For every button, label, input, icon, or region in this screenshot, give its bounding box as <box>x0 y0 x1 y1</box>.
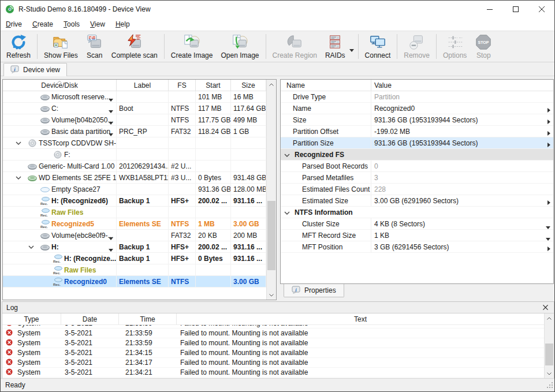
log-row[interactable]: System3-5-202121:33:59Failed to mount. M… <box>2 328 544 338</box>
raids-dropdown-icon[interactable] <box>349 46 354 54</box>
tab-device-view[interactable]: i Device view <box>3 63 67 76</box>
tree-row[interactable]: C:BootNTFS117 MB117.64 GB <box>3 103 276 114</box>
property-row[interactable]: Estimated Files Count228 <box>281 184 553 195</box>
tree-column-header-label[interactable]: Label <box>117 80 169 91</box>
detail-arrow-icon[interactable] <box>547 129 550 137</box>
raids-button[interactable]: RAIDs <box>321 32 356 61</box>
tree-row[interactable]: Volume{b04b2050...NTFS117.75 GB499 MB <box>3 114 276 126</box>
property-value[interactable]: 4 KB (8 Sectors) <box>371 220 553 228</box>
tree-row[interactable]: Generic- Multi-Card 1.00201206291434...#… <box>3 160 276 172</box>
property-row[interactable]: MFT Record Size1 KB <box>281 230 553 241</box>
create-image-button[interactable]: Create Image <box>167 32 217 61</box>
expand-chevron-icon[interactable] <box>26 245 40 249</box>
tree-row[interactable]: Rec.Recognized5Elements SENTFS1 MB3.00 G… <box>3 218 276 230</box>
property-row[interactable]: Size931.36 GB (1953193944 Sectors) <box>281 114 553 126</box>
property-value[interactable]: 1 KB <box>371 232 553 240</box>
row-dropdown-icon[interactable] <box>109 130 113 137</box>
log-close-icon[interactable] <box>541 303 550 312</box>
tree-column-header-start[interactable]: Start <box>196 80 231 91</box>
property-row[interactable]: Parsed Metafiles3 <box>281 172 553 184</box>
property-value[interactable]: Recognized0 <box>371 104 553 113</box>
tree-row[interactable]: Rec.H: (Recognized6)Backup 1HFS+200.02 .… <box>3 195 276 207</box>
property-value[interactable]: 3.00 GB (6291960 Sectors) <box>371 197 553 205</box>
detail-arrow-icon[interactable] <box>547 106 550 114</box>
tree-column-header-name[interactable]: Device/Disk <box>3 80 117 91</box>
tree-row[interactable]: F: <box>3 149 276 160</box>
log-row[interactable]: System3-5-202121:34:21Failed to mount. M… <box>2 368 544 378</box>
property-row[interactable]: Cluster Size4 KB (8 Sectors) <box>281 218 553 230</box>
tree-scroll-thumb[interactable] <box>267 201 275 270</box>
property-row[interactable]: Drive TypePartition <box>281 91 553 103</box>
complete-scan-button[interactable]: Complete scan <box>107 32 162 61</box>
resize-grip[interactable] <box>546 382 553 390</box>
menu-item-drive[interactable]: Drive <box>1 19 27 29</box>
log-row[interactable]: System3-5-202121:33:59Failed to mount. M… <box>2 338 544 348</box>
tree-column-header-size[interactable]: Size <box>231 80 266 91</box>
property-row[interactable]: Partition Offset-199.02 MB <box>281 126 553 137</box>
connect-button[interactable]: Connect <box>361 32 395 61</box>
maximize-icon[interactable] <box>502 1 528 18</box>
refresh-button[interactable]: Refresh <box>2 32 35 61</box>
property-value[interactable]: -199.02 MB <box>371 128 553 136</box>
log-column-header-type[interactable]: Type <box>2 313 61 324</box>
detail-arrow-icon[interactable] <box>547 199 550 207</box>
close-icon[interactable] <box>528 1 554 18</box>
expand-chevron-icon[interactable] <box>13 176 27 180</box>
scroll-up-icon[interactable] <box>545 313 554 323</box>
property-group-row[interactable]: NTFS Information <box>281 207 553 218</box>
property-row[interactable]: Estimated Size3.00 GB (6291960 Sectors) <box>281 195 553 207</box>
detail-arrow-icon[interactable] <box>547 141 550 149</box>
tree-row[interactable]: Rec.Raw Files <box>3 264 276 276</box>
tree-row[interactable]: Empty Space27931.36 GB128.00 MB <box>3 184 276 195</box>
property-value[interactable]: 931.36 GB (1953193944 Sectors) <box>371 116 553 124</box>
tree-row[interactable]: Volume{ebc8e0f9-...FAT3220 KB200 MB <box>3 230 276 241</box>
properties-column-header-value[interactable]: Value <box>371 81 553 89</box>
log-scrollbar[interactable] <box>544 313 554 378</box>
properties-column-header-name[interactable]: Name <box>281 80 371 91</box>
tree-row[interactable]: Rec.Recognized0Elements SENTFS3.00 GB <box>3 276 276 288</box>
log-row[interactable]: System3-5-202121:34:17Failed to mount. M… <box>2 358 544 368</box>
show-files-button[interactable]: Show Files <box>40 32 82 61</box>
tree-row[interactable]: Rec.Raw Files <box>3 207 276 218</box>
tree-row[interactable]: TSSTcorp CDDVDW SH-... <box>3 137 276 149</box>
detail-arrow-icon[interactable] <box>547 245 550 253</box>
log-row[interactable]: System3-5-202121:34:15Failed to mount. M… <box>2 348 544 358</box>
tree-row[interactable]: Basic data partitionPRC_RPFAT32118.24 GB… <box>3 126 276 137</box>
row-dropdown-icon[interactable] <box>109 95 113 102</box>
open-image-button[interactable]: Open Image <box>217 32 263 61</box>
row-dropdown-icon[interactable] <box>109 245 113 252</box>
log-scroll-thumb[interactable] <box>545 344 553 365</box>
scroll-up-icon[interactable] <box>267 80 276 89</box>
tree-scrollbar[interactable] <box>266 80 276 300</box>
tree-column-header-fs[interactable]: FS <box>169 80 196 91</box>
collapse-chevron-icon[interactable] <box>284 208 290 216</box>
tree-row[interactable]: Rec.H: (Recognize...Backup 1HFS+0 Bytes9… <box>3 253 276 264</box>
tree-row[interactable]: Microsoft reserve...101 MB16 MB <box>3 91 276 103</box>
tab-properties[interactable]: i Properties <box>284 284 344 297</box>
log-column-header-text[interactable]: Text <box>177 313 544 324</box>
property-group-row[interactable]: Recognized FS <box>281 149 553 160</box>
property-value[interactable]: 931.36 GB (1953193944 Sectors) <box>371 139 553 147</box>
collapse-chevron-icon[interactable] <box>284 151 290 159</box>
property-row[interactable]: MFT Position3 GB (6291456 Sectors) <box>281 241 553 253</box>
log-column-header-time[interactable]: Time <box>119 313 177 324</box>
expand-chevron-icon[interactable] <box>13 141 27 145</box>
minimize-icon[interactable] <box>476 1 502 18</box>
scroll-down-icon[interactable] <box>545 369 554 378</box>
row-dropdown-icon[interactable] <box>109 118 113 125</box>
property-row[interactable]: Partition Size931.36 GB (1953193944 Sect… <box>281 137 553 149</box>
row-dropdown-icon[interactable] <box>109 234 113 241</box>
property-row[interactable]: NameRecognized0 <box>281 103 553 114</box>
property-value[interactable]: 3 GB (6291456 Sectors) <box>371 243 553 251</box>
row-dropdown-icon[interactable] <box>109 107 113 114</box>
scan-button[interactable]: Scan <box>82 32 107 61</box>
detail-arrow-icon[interactable] <box>547 118 550 126</box>
menu-item-tools[interactable]: Tools <box>58 19 85 29</box>
log-column-header-date[interactable]: Date <box>61 313 119 324</box>
tree-row[interactable]: H:Backup 1HFS+200.02 ...931.16 ... <box>3 241 276 253</box>
property-row[interactable]: Parsed Boot Records0 <box>281 160 553 172</box>
menu-item-help[interactable]: Help <box>110 19 135 29</box>
menu-item-view[interactable]: View <box>85 19 110 29</box>
tree-row[interactable]: WD Elements SE 25FE 1...WXB1A58LPT11#3 U… <box>3 172 276 184</box>
menu-item-create[interactable]: Create <box>27 19 58 29</box>
